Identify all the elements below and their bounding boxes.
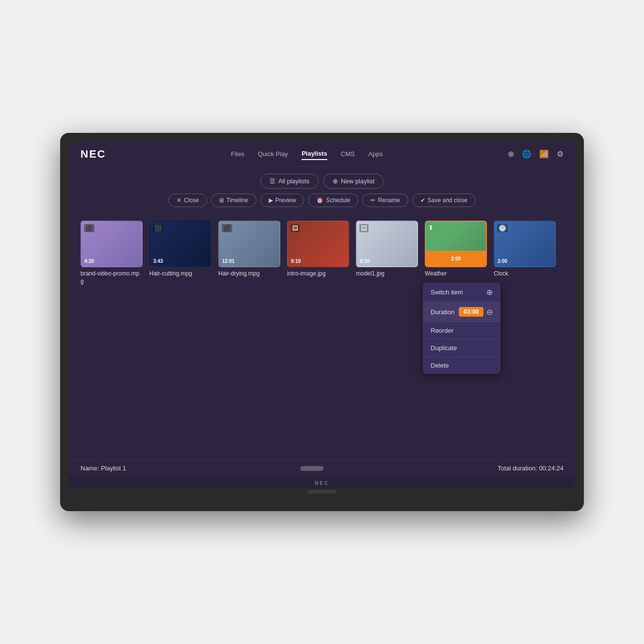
list-item[interactable]: 🖼 0:10 intro-image.jpg <box>287 221 349 278</box>
new-playlist-label: New playlist <box>341 177 374 185</box>
close-icon: ✕ <box>177 197 181 204</box>
weather-orange-bar: 2:00 <box>426 251 486 266</box>
image-icon: 🖼 <box>359 224 369 232</box>
preview-button[interactable]: ▶ Preview <box>260 193 305 207</box>
image-icon: 🖼 <box>290 224 300 232</box>
rename-label: Rename <box>378 197 400 204</box>
list-item[interactable]: ⬛ 12:01 Hair-drying.mpg <box>218 221 280 278</box>
item-label: model1.jpg <box>356 270 385 278</box>
save-icon: ✔ <box>420 197 425 204</box>
playlist-tabs: ☰ All playlists ⊕ New playlist <box>260 174 384 189</box>
item-label: Hair-drying.mpg <box>218 270 259 278</box>
monitor: NEC Files Quick Play Playlists CMS Apps … <box>60 133 584 511</box>
plus-circle-icon: ⊕ <box>333 177 338 185</box>
nec-logo: NEC <box>80 148 106 161</box>
save-close-label: Save and close <box>428 197 467 204</box>
item-duration: 2:00 <box>498 258 507 264</box>
top-nav: NEC Files Quick Play Playlists CMS Apps … <box>69 142 575 167</box>
item-duration: 12:01 <box>222 258 235 264</box>
item-label: Hair-cutting.mpg <box>149 270 192 278</box>
video-icon: ⬛ <box>153 224 163 232</box>
settings-icon[interactable]: ⚙ <box>557 149 564 159</box>
schedule-icon: ⏰ <box>316 197 323 204</box>
nav-files[interactable]: Files <box>231 148 244 160</box>
playlist-items: ⬛ 4:20 brand-video-promo.mpg ⬛ 3:43 Hair… <box>80 221 564 285</box>
context-duplicate[interactable]: Duplicate <box>423 339 500 357</box>
upload-icon: ⬆ <box>428 224 434 231</box>
duration-value[interactable]: 03:00 <box>459 307 483 317</box>
bottom-logo-bar: NEC <box>69 477 575 488</box>
list-item[interactable]: 2:00 ⬆ Weather <box>425 221 487 278</box>
schedule-button[interactable]: ⏰ Schedule <box>308 193 358 207</box>
all-playlists-label: All playlists <box>278 177 309 185</box>
new-playlist-button[interactable]: ⊕ New playlist <box>323 174 384 189</box>
minus-icon: ⊖ <box>486 307 493 317</box>
item-thumbnail: ⬛ 12:01 <box>218 221 280 267</box>
reorder-label: Reorder <box>431 327 453 334</box>
video-icon: ⬛ <box>222 224 232 232</box>
plus-icon: ⊕ <box>486 288 493 297</box>
bottom-bar: Name: Playlist 1 Total duration: 00:24:2… <box>69 459 575 477</box>
rename-button[interactable]: ✏ Rename <box>362 193 408 207</box>
duration-label: Duration <box>431 308 454 316</box>
item-thumbnail: ⬛ 3:43 <box>149 221 211 267</box>
nav-icons: ⊕ 🌐 📶 ⚙ <box>508 149 564 159</box>
nav-quickplay[interactable]: Quick Play <box>258 148 288 160</box>
list-item[interactable]: ⬛ 3:43 Hair-cutting.mpg <box>149 221 211 278</box>
globe-icon[interactable]: 🌐 <box>522 149 531 159</box>
item-label: intro-image.jpg <box>287 270 325 278</box>
list-icon: ☰ <box>270 177 275 185</box>
switch-item-label: Switch item <box>431 289 463 296</box>
item-thumbnail: ⬛ 4:20 <box>80 221 143 267</box>
list-item[interactable]: 🕐 2:00 Clock <box>494 221 556 278</box>
timeline-label: Timeline <box>226 197 248 204</box>
item-label: Weather <box>425 270 447 278</box>
all-playlists-tab[interactable]: ☰ All playlists <box>260 174 319 189</box>
context-menu: Switch item ⊕ Duration 03:00 ⊖ Reorder D… <box>423 283 500 374</box>
context-reorder[interactable]: Reorder <box>423 322 500 339</box>
main-content: ⬛ 4:20 brand-video-promo.mpg ⬛ 3:43 Hair… <box>69 211 575 459</box>
list-item[interactable]: 🖼 0:10 model1.jpg <box>356 221 418 278</box>
duplicate-label: Duplicate <box>431 344 457 352</box>
toolbar-area: ☰ All playlists ⊕ New playlist ✕ Close ⊞… <box>69 167 575 211</box>
bottom-logo: NEC <box>315 481 329 486</box>
preview-label: Preview <box>275 197 296 204</box>
action-bar: ✕ Close ⊞ Timeline ▶ Preview ⏰ Schedule … <box>168 193 476 207</box>
playlist-name: Name: Playlist 1 <box>80 465 126 472</box>
nav-links: Files Quick Play Playlists CMS Apps <box>231 148 383 160</box>
item-thumbnail: 🖼 0:10 <box>287 221 349 267</box>
nav-apps[interactable]: Apps <box>369 148 383 160</box>
item-thumbnail: 🖼 0:10 <box>356 221 418 267</box>
timeline-icon: ⊞ <box>219 197 224 204</box>
monitor-stand <box>307 490 337 494</box>
nav-cms[interactable]: CMS <box>341 148 355 160</box>
context-duration[interactable]: Duration 03:00 ⊖ <box>423 302 500 322</box>
nav-playlists[interactable]: Playlists <box>302 148 327 160</box>
item-duration: 4:20 <box>84 258 94 264</box>
item-label: brand-video-promo.mpg <box>80 270 143 285</box>
list-item[interactable]: ⬛ 4:20 brand-video-promo.mpg <box>80 221 143 285</box>
wifi-icon[interactable]: 📶 <box>539 149 549 159</box>
context-switch-item[interactable]: Switch item ⊕ <box>423 283 500 302</box>
timeline-button[interactable]: ⊞ Timeline <box>211 193 257 207</box>
item-duration: 3:43 <box>153 258 163 264</box>
close-button[interactable]: ✕ Close <box>168 193 207 207</box>
context-delete[interactable]: Delete <box>423 357 500 374</box>
close-label: Close <box>184 197 199 204</box>
add-icon[interactable]: ⊕ <box>508 149 514 159</box>
play-icon: ▶ <box>269 197 273 204</box>
item-thumbnail-weather: 2:00 ⬆ <box>425 221 487 267</box>
item-duration: 0:10 <box>360 258 370 264</box>
scroll-handle[interactable] <box>300 466 323 471</box>
save-close-button[interactable]: ✔ Save and close <box>412 193 476 207</box>
item-duration: 0:10 <box>291 258 301 264</box>
delete-label: Delete <box>431 362 449 369</box>
schedule-label: Schedule <box>326 197 350 204</box>
monitor-screen: NEC Files Quick Play Playlists CMS Apps … <box>69 142 575 488</box>
edit-icon: ✏ <box>370 197 375 204</box>
total-duration: Total duration: 00:24:24 <box>498 465 564 472</box>
item-thumbnail: 🕐 2:00 <box>494 221 556 267</box>
video-icon: ⬛ <box>84 224 95 232</box>
clock-icon: 🕐 <box>497 224 508 232</box>
item-label: Clock <box>494 270 508 278</box>
